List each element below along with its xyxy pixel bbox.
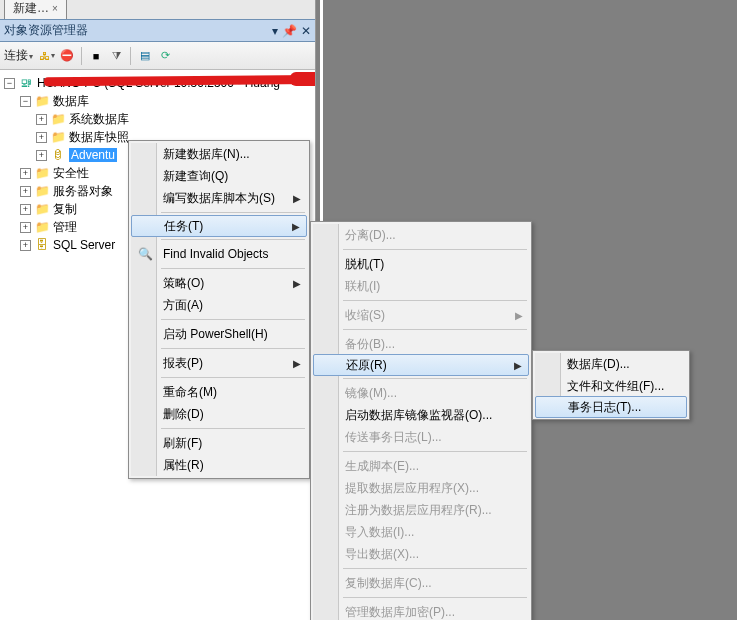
folder-icon <box>50 111 66 127</box>
sysdb-label: 系统数据库 <box>69 111 129 128</box>
mi-script-as[interactable]: 编写数据库脚本为(S)▶ <box>131 187 307 209</box>
submenu-arrow-icon: ▶ <box>514 360 522 371</box>
folder-icon <box>50 129 66 145</box>
tab-strip: 新建… × <box>0 0 315 20</box>
menu-separator <box>343 249 527 250</box>
toolbar: 连接 🖧 ⛔ ■ ⧩ ▤ ⟳ <box>0 42 315 70</box>
databases-label: 数据库 <box>53 93 89 110</box>
mi-launch-monitor[interactable]: 启动数据库镜像监视器(O)... <box>313 404 529 426</box>
close-icon[interactable]: ✕ <box>301 24 311 38</box>
agent-label: SQL Server <box>53 238 115 252</box>
snap-label: 数据库快照 <box>69 129 129 146</box>
submenu-arrow-icon: ▶ <box>293 358 301 369</box>
menu-separator <box>161 212 305 213</box>
mi-rename[interactable]: 重命名(M) <box>131 381 307 403</box>
submenu-arrow-icon: ▶ <box>515 310 523 321</box>
menu-separator <box>161 319 305 320</box>
mi-copy-db[interactable]: 复制数据库(C)... <box>313 572 529 594</box>
menu-separator <box>343 329 527 330</box>
mi-tasks[interactable]: 任务(T)▶ <box>131 215 307 237</box>
mi-shrink[interactable]: 收缩(S)▶ <box>313 304 529 326</box>
mi-find-invalid[interactable]: 🔍Find Invalid Objects <box>131 243 307 265</box>
menu-separator <box>343 568 527 569</box>
folder-icon <box>34 219 50 235</box>
disconnect-icon[interactable]: ⛔ <box>59 48 75 64</box>
adv-label: Adventu <box>69 148 117 162</box>
submenu-arrow-icon: ▶ <box>292 221 300 232</box>
submenu-tasks: 分离(D)... 脱机(T) 联机(I) 收缩(S)▶ 备份(B)... 还原(… <box>310 221 532 620</box>
mi-new-query[interactable]: 新建查询(Q) <box>131 165 307 187</box>
folder-icon <box>34 201 50 217</box>
serverobj-label: 服务器对象 <box>53 183 113 200</box>
mi-restore[interactable]: 还原(R)▶ <box>313 354 529 376</box>
stop-icon[interactable]: ■ <box>88 48 104 64</box>
folder-icon <box>34 165 50 181</box>
mi-encrypt[interactable]: 管理数据库加密(P)... <box>313 601 529 620</box>
database-icon <box>50 147 66 163</box>
tab-title: 新建… <box>13 0 49 17</box>
mi-powershell[interactable]: 启动 PowerShell(H) <box>131 323 307 345</box>
menu-separator <box>343 300 527 301</box>
submenu-restore: 数据库(D)... 文件和文件组(F)... 事务日志(T)... <box>532 350 690 420</box>
panel-title-bar: 对象资源管理器 ▾ 📌 ✕ <box>0 20 315 42</box>
menu-separator <box>161 239 305 240</box>
menu-separator <box>161 377 305 378</box>
menu-separator <box>161 348 305 349</box>
menu-separator <box>161 428 305 429</box>
mi-mirror[interactable]: 镜像(M)... <box>313 382 529 404</box>
mi-facet[interactable]: 方面(A) <box>131 294 307 316</box>
separator <box>130 47 131 65</box>
mi-delete[interactable]: 删除(D) <box>131 403 307 425</box>
find-icon: 🔍 <box>137 246 153 262</box>
mi-restore-tlog[interactable]: 事务日志(T)... <box>535 396 687 418</box>
mi-restore-database[interactable]: 数据库(D)... <box>535 353 687 375</box>
mi-import[interactable]: 导入数据(I)... <box>313 521 529 543</box>
refresh-icon[interactable]: ⟳ <box>157 48 173 64</box>
mi-backup[interactable]: 备份(B)... <box>313 333 529 355</box>
menu-separator <box>343 451 527 452</box>
context-menu-database: 新建数据库(N)... 新建查询(Q) 编写数据库脚本为(S)▶ 任务(T)▶ … <box>128 140 310 479</box>
connect-button[interactable]: 连接 <box>4 47 33 64</box>
redaction-mark <box>290 72 315 86</box>
mi-extract-dac[interactable]: 提取数据层应用程序(X)... <box>313 477 529 499</box>
folder-icon <box>34 93 50 109</box>
mi-export[interactable]: 导出数据(X)... <box>313 543 529 565</box>
filter-icon[interactable]: ⧩ <box>108 48 124 64</box>
mi-offline[interactable]: 脱机(T) <box>313 253 529 275</box>
folder-icon <box>34 183 50 199</box>
mi-reports[interactable]: 报表(P)▶ <box>131 352 307 374</box>
tab-item[interactable]: 新建… × <box>4 0 67 19</box>
mi-refresh[interactable]: 刷新(F) <box>131 432 307 454</box>
mi-gen-script[interactable]: 生成脚本(E)... <box>313 455 529 477</box>
menu-separator <box>343 378 527 379</box>
connect-db-icon[interactable]: 🖧 <box>39 48 55 64</box>
mi-detach[interactable]: 分离(D)... <box>313 224 529 246</box>
mi-new-database[interactable]: 新建数据库(N)... <box>131 143 307 165</box>
mgmt-label: 管理 <box>53 219 77 236</box>
mi-ship-log[interactable]: 传送事务日志(L)... <box>313 426 529 448</box>
separator <box>81 47 82 65</box>
agent-icon <box>34 237 50 253</box>
mi-register-dac[interactable]: 注册为数据层应用程序(R)... <box>313 499 529 521</box>
mi-properties[interactable]: 属性(R) <box>131 454 307 476</box>
pin-icon[interactable]: 📌 <box>282 24 297 38</box>
menu-separator <box>343 597 527 598</box>
submenu-arrow-icon: ▶ <box>293 278 301 289</box>
tree-databases[interactable]: − 数据库 <box>4 92 315 110</box>
tree-sysdb[interactable]: + 系统数据库 <box>4 110 315 128</box>
security-label: 安全性 <box>53 165 89 182</box>
mi-online[interactable]: 联机(I) <box>313 275 529 297</box>
replication-label: 复制 <box>53 201 77 218</box>
panel-dropdown-icon[interactable]: ▾ <box>272 24 278 38</box>
mi-policy[interactable]: 策略(O)▶ <box>131 272 307 294</box>
close-icon[interactable]: × <box>52 3 58 14</box>
list-icon[interactable]: ▤ <box>137 48 153 64</box>
submenu-arrow-icon: ▶ <box>293 193 301 204</box>
mi-restore-files[interactable]: 文件和文件组(F)... <box>535 375 687 397</box>
panel-title: 对象资源管理器 <box>4 22 88 39</box>
server-icon <box>18 75 34 91</box>
menu-separator <box>161 268 305 269</box>
